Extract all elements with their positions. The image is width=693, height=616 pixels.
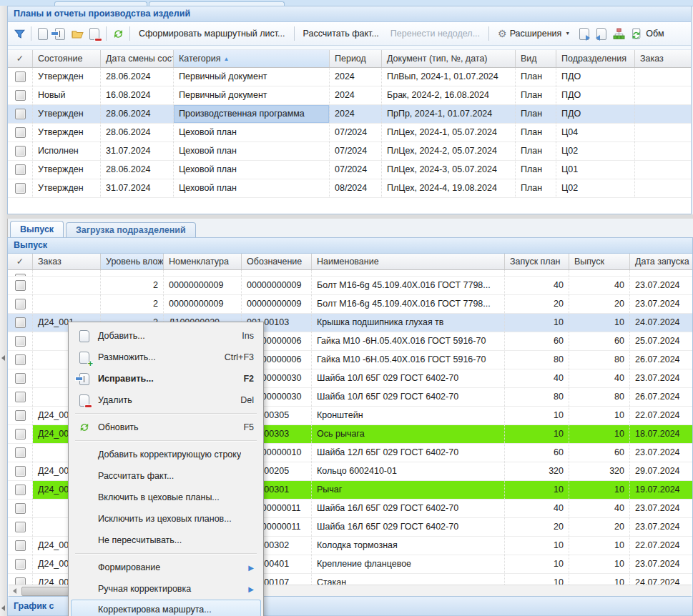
row-checkbox[interactable]: [15, 522, 26, 532]
refresh-icon: [112, 28, 124, 40]
col-header-check[interactable]: ✓: [8, 50, 33, 67]
col-header-state-date[interactable]: Дата смены сост: [101, 50, 174, 67]
row-checkbox[interactable]: [15, 485, 26, 495]
cell-plan: 10: [505, 537, 569, 555]
add-button[interactable]: [34, 25, 51, 42]
menu-item-manual-correction[interactable]: Ручная корректировка ▶: [71, 578, 261, 600]
cell-start-date: 23.07.2024: [630, 444, 692, 462]
row-checkbox[interactable]: [15, 127, 26, 138]
col-header-period[interactable]: Период: [330, 50, 382, 67]
row-checkbox[interactable]: [15, 410, 26, 421]
menu-item-add-correction-row[interactable]: Добавить корректирующую строку...: [71, 444, 261, 465]
row-checkbox[interactable]: [15, 429, 26, 439]
col-header-order[interactable]: Заказ: [635, 50, 691, 67]
open-button[interactable]: [69, 25, 86, 42]
row-checkbox[interactable]: [15, 146, 26, 157]
edit-document-icon: [79, 373, 89, 385]
row-checkbox[interactable]: [15, 280, 26, 291]
menu-item-delete[interactable]: Удалить Del: [71, 389, 261, 411]
extensions-button[interactable]: ⚙ Расширения ▼: [492, 25, 576, 42]
col-header-category[interactable]: Категория▲: [174, 50, 330, 67]
row-checkbox[interactable]: [15, 466, 26, 477]
row-checkbox[interactable]: [15, 540, 26, 551]
row-checkbox[interactable]: [15, 109, 26, 119]
menu-item-edit[interactable]: Исправить... F2: [71, 368, 261, 389]
hierarchy-button[interactable]: [610, 25, 627, 42]
col-header-plan[interactable]: Запуск план: [505, 254, 569, 269]
table-row[interactable]: 2 00000000009 00000000009 Болт М16-6g 45…: [8, 277, 692, 295]
col-header-designation[interactable]: Обозначение: [242, 254, 312, 269]
collapse-arrow-icon[interactable]: [1, 605, 5, 611]
table-row[interactable]: Утвержден 28.06.2024 Цеховой план 07/202…: [8, 124, 691, 142]
table-row[interactable]: Утвержден 28.06.2024 Цеховой план 07/202…: [8, 161, 691, 179]
col-header-release[interactable]: Выпуск: [569, 254, 630, 269]
filter-button[interactable]: [11, 25, 28, 42]
cell-state: Утвержден: [33, 105, 101, 123]
exchange-text-button[interactable]: Обм: [644, 25, 665, 42]
cell-nomenclature: 00000000009: [164, 295, 242, 313]
cell-release: 10: [569, 314, 630, 332]
export-button[interactable]: [576, 25, 593, 42]
tab-load[interactable]: Загрузка подразделений: [66, 222, 196, 237]
collapse-arrow-icon[interactable]: [1, 355, 5, 361]
menu-item-refresh[interactable]: Обновить F5: [71, 417, 261, 438]
cell-period: 07/2024: [330, 142, 382, 160]
menu-item-route-correction[interactable]: Корректировка маршрута...: [71, 600, 261, 616]
menu-item-include-shop-plans[interactable]: Включить в цеховые планы...: [71, 487, 261, 508]
col-header-order[interactable]: Заказ: [33, 254, 101, 269]
menu-item-no-recalc[interactable]: Не пересчитывать...: [71, 530, 261, 551]
col-header-document[interactable]: Документ (тип, №, дата): [382, 50, 516, 67]
row-checkbox[interactable]: [15, 183, 26, 194]
row-checkbox[interactable]: [15, 317, 26, 328]
col-header-division[interactable]: Подразделения: [556, 50, 635, 67]
col-header-start-date[interactable]: Дата запуска: [630, 254, 692, 269]
table-row[interactable]: 2 00000000009 00000000009 Болт М16-6g 45…: [8, 295, 692, 314]
make-route-sheet-button[interactable]: Сформировать маршрутный лист...: [133, 25, 291, 42]
cell-document: ПлЦех, 2024-1, 05.07.2024: [382, 124, 516, 141]
col-header-kind[interactable]: Вид: [516, 50, 556, 67]
row-checkbox[interactable]: [15, 373, 26, 384]
cell-state-date: 31.07.2024: [101, 142, 174, 160]
row-checkbox[interactable]: [15, 336, 26, 347]
refresh-button[interactable]: [109, 25, 127, 42]
calc-fact-button[interactable]: Рассчитать факт...: [298, 25, 385, 42]
tab-release[interactable]: Выпуск: [10, 221, 64, 237]
cell-plan: 40: [505, 369, 569, 387]
row-checkbox[interactable]: [15, 90, 26, 101]
col-header-state[interactable]: Состояние: [33, 50, 101, 67]
row-checkbox[interactable]: [15, 164, 26, 175]
scroll-left-button[interactable]: [9, 585, 20, 597]
table-row[interactable]: Новый 16.08.2024 Первичный документ 2024…: [8, 86, 691, 105]
edit-button[interactable]: [51, 25, 69, 42]
row-checkbox[interactable]: [15, 559, 26, 570]
cell-order: [635, 179, 691, 197]
table-row[interactable]: Утвержден 28.06.2024 Первичный документ …: [8, 68, 691, 86]
table-row[interactable]: Утвержден 28.06.2024 Производственная пр…: [8, 105, 691, 124]
col-header-level[interactable]: Уровень вложения: [101, 254, 164, 269]
delete-button[interactable]: [86, 25, 103, 42]
row-checkbox[interactable]: [15, 392, 26, 402]
exchange-button[interactable]: [627, 25, 644, 42]
menu-item-duplicate[interactable]: Размножить... Ctrl+F3: [71, 347, 261, 368]
row-checkbox[interactable]: [15, 503, 26, 514]
col-header-check[interactable]: ✓: [8, 254, 33, 269]
menu-item-add[interactable]: Добавить... Ins: [71, 325, 261, 347]
cell-state-date: 28.06.2024: [101, 124, 174, 141]
table-row[interactable]: Исполнен 31.07.2024 Цеховой план 07/2024…: [8, 142, 691, 161]
row-checkbox[interactable]: [15, 299, 26, 309]
menu-item-exclude-shop-plans[interactable]: Исключить из цеховых планов...: [71, 508, 261, 530]
import-button[interactable]: [593, 25, 610, 42]
cell-period: 2024: [330, 68, 382, 86]
cell-plan: 20: [505, 295, 569, 313]
menu-item-calc-fact[interactable]: Рассчитать факт...: [71, 465, 261, 487]
row-checkbox[interactable]: [15, 274, 26, 276]
table-row-partial[interactable]: [8, 270, 692, 277]
table-row[interactable]: Утвержден 31.07.2024 Цеховой план 08/202…: [8, 179, 691, 198]
row-checkbox[interactable]: [15, 447, 26, 458]
row-checkbox[interactable]: [15, 354, 26, 365]
row-checkbox[interactable]: [15, 71, 26, 82]
col-header-name[interactable]: Наименование: [312, 254, 505, 269]
col-header-nomenclature[interactable]: Номенклатура: [164, 254, 242, 269]
cell-start-date: 29.07.2024: [630, 462, 692, 480]
menu-item-formation[interactable]: Формирование ▶: [71, 557, 261, 578]
